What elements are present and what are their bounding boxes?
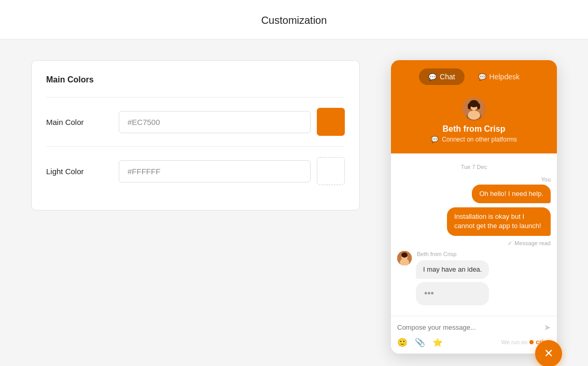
main-color-row: Main Color #EC7500 — [46, 97, 345, 146]
attachment-icon[interactable]: 📎 — [415, 337, 425, 347]
star-icon[interactable]: ⭐ — [432, 337, 443, 347]
bubble-outgoing-1: Oh hello! I need help. — [472, 185, 551, 203]
chat-header: 💬 Chat 💬 Helpdesk — [391, 60, 557, 153]
chat-footer: ➤ 🙂 📎 ⭐ We run on crisp — [391, 316, 557, 354]
colors-panel: Main Colors Main Color #EC7500 Light Col… — [31, 60, 360, 210]
page-title: Customization — [0, 0, 588, 39]
chat-tabs: 💬 Chat 💬 Helpdesk — [399, 68, 549, 85]
agent-name: Beth from Crisp — [399, 124, 549, 134]
connect-label: Connect on other platforms — [442, 136, 517, 143]
bubble-incoming-1: I may have an idea. — [416, 260, 489, 279]
compose-row: ➤ — [397, 322, 551, 332]
agent-connect[interactable]: 💬 Connect on other platforms — [399, 136, 549, 143]
light-color-row: Light Color #FFFFFF — [46, 146, 345, 195]
compose-input[interactable] — [397, 323, 540, 331]
svg-point-11 — [401, 252, 408, 258]
close-icon: ✕ — [544, 347, 553, 360]
colors-panel-title: Main Colors — [46, 75, 345, 85]
connect-icon: 💬 — [431, 136, 439, 143]
light-color-label: Light Color — [46, 167, 119, 176]
incoming-sender-name: Beth from Crisp — [417, 251, 489, 257]
emoji-icon[interactable]: 🙂 — [397, 337, 408, 347]
helpdesk-tab-icon: 💬 — [478, 73, 486, 81]
powered-by-label: We run on — [501, 339, 528, 345]
incoming-group: Beth from Crisp I may have an idea. ••• — [397, 251, 551, 305]
send-icon[interactable]: ➤ — [544, 322, 551, 332]
tab-chat[interactable]: 💬 Chat — [419, 68, 465, 85]
svg-point-4 — [468, 110, 480, 120]
chat-tab-label: Chat — [440, 73, 455, 81]
agent-info: Beth from Crisp 💬 Connect on other platf… — [399, 93, 549, 145]
helpdesk-tab-label: Helpdesk — [489, 73, 520, 81]
chat-actions-row: 🙂 📎 ⭐ We run on crisp — [397, 337, 551, 347]
main-color-input[interactable]: #EC7500 — [119, 111, 311, 133]
msg-outgoing-2: Installation is okay but I cannot get th… — [397, 207, 551, 235]
chat-widget: 💬 Chat 💬 Helpdesk — [391, 60, 557, 354]
tab-helpdesk[interactable]: 💬 Helpdesk — [469, 68, 529, 85]
chat-date: Tue 7 Dec — [397, 164, 551, 170]
incoming-avatar — [397, 251, 412, 265]
svg-point-7 — [477, 103, 480, 109]
main-color-swatch[interactable] — [317, 108, 345, 136]
read-label: Message read — [514, 240, 551, 246]
message-read-status: ✓ Message read — [397, 240, 551, 247]
chat-tab-icon: 💬 — [428, 73, 437, 81]
bubble-typing: ••• — [416, 282, 489, 305]
crisp-dot — [529, 340, 534, 344]
close-fab[interactable]: ✕ — [535, 340, 562, 366]
light-color-input[interactable]: #FFFFFF — [119, 160, 311, 182]
light-color-swatch[interactable] — [317, 157, 345, 185]
svg-point-6 — [468, 103, 471, 109]
avatar — [463, 97, 485, 120]
bubble-outgoing-2: Installation is okay but I cannot get th… — [447, 207, 551, 235]
main-color-label: Main Color — [46, 118, 119, 126]
you-label: You — [397, 176, 551, 182]
msg-outgoing-1: Oh hello! I need help. — [397, 185, 551, 203]
checkmark-icon: ✓ — [508, 240, 512, 247]
chat-body: Tue 7 Dec You Oh hello! I need help. Ins… — [391, 153, 557, 316]
